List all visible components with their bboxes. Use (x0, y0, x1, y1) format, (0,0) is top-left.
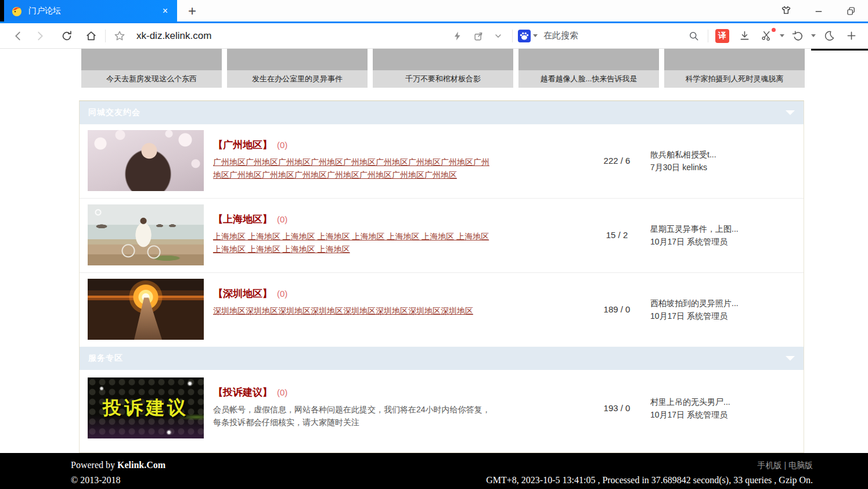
lastpost-author-link[interactable]: 系统管理员 (687, 237, 727, 246)
night-mode-button[interactable] (820, 27, 838, 45)
forum-thumbnail[interactable]: 投诉建议 (88, 377, 204, 438)
mobile-version-link[interactable]: 手机版 (758, 461, 782, 470)
download-icon (739, 30, 751, 42)
toolbar-expand-button[interactable] (489, 27, 507, 45)
translate-button[interactable]: 译 (714, 27, 731, 45)
carousel-image-placeholder (81, 49, 222, 70)
screenshot-caret-icon[interactable] (780, 34, 784, 37)
lastpost-date: 10月17日 (650, 410, 685, 419)
forum-row-guangzhou: 【广州地区】 (0) 广州地区广州地区广州地区广州地区广州地区广州地区广州地区广… (80, 124, 804, 198)
section-header-dating: 同城交友约会 (80, 101, 804, 124)
lastpost-author-link[interactable]: 系统管理员 (687, 410, 727, 419)
collapse-arrow-icon[interactable] (786, 110, 795, 115)
carousel-caption[interactable]: 千万不要和棺材板合影 (373, 70, 513, 88)
screenshot-root: { "browser": { "tab_title": "门户论坛", "clo… (0, 0, 868, 489)
new-tab-button[interactable]: + (177, 0, 207, 21)
forum-title-link[interactable]: 【上海地区】 (213, 213, 272, 226)
lastpost-author-link[interactable]: kelinks (682, 163, 707, 172)
version-switcher: 手机版 | 电脑版 (758, 458, 813, 473)
carousel-caption[interactable]: 今天去新房发现这么个东西 (81, 70, 222, 88)
search-engine-selector[interactable] (518, 30, 538, 42)
carousel-item[interactable]: 科学家拍摄到人死时灵魂脱离 (664, 49, 805, 88)
forum-title-link[interactable]: 【深圳地区】 (213, 287, 272, 300)
baidu-paw-icon (518, 30, 531, 42)
back-button[interactable] (9, 27, 27, 45)
lastpost-author-link[interactable]: 系统管理员 (687, 311, 727, 321)
downloads-button[interactable] (736, 27, 753, 45)
browser-tab-portal-forum[interactable]: 门户论坛 × (4, 0, 177, 21)
share-icon (473, 30, 484, 42)
forum-description: 会员帐号，虚假信息，网站各种问题在此提交，我们将在24小时内给你答复，每条投诉都… (213, 403, 496, 429)
boost-button[interactable] (449, 27, 466, 45)
lightning-icon (452, 30, 463, 42)
reload-button[interactable] (58, 27, 75, 45)
tab-bar-accent-line (0, 21, 868, 23)
forum-thumbnail[interactable] (88, 130, 204, 191)
search-icon (688, 30, 700, 42)
lastpost-date: 7月30日 (650, 163, 680, 172)
toolbar-search-box[interactable]: 在此搜索 (518, 27, 703, 45)
theme-skin-button[interactable] (779, 3, 794, 19)
carousel-item[interactable]: 发生在办公室里的灵异事件 (227, 49, 368, 88)
forum-description-link[interactable]: 上海地区 上海地区 上海地区 上海地区 上海地区 上海地区 上海地区 上海地区 … (213, 230, 496, 256)
forum-description-link[interactable]: 深圳地区深圳地区深圳地区深圳地区深圳地区深圳地区深圳地区深圳地区 (213, 304, 473, 317)
carousel-item[interactable]: 今天去新房发现这么个东西 (81, 49, 222, 88)
minimize-icon (813, 6, 824, 16)
tab-title: 门户论坛 (28, 6, 160, 16)
tab-close-icon[interactable]: × (160, 6, 170, 16)
window-controls (779, 0, 868, 21)
home-icon (85, 30, 98, 42)
restore-icon (846, 6, 856, 16)
desktop-version-link[interactable]: 电脑版 (788, 461, 813, 470)
forum-title-link[interactable]: 【广州地区】 (213, 138, 272, 152)
share-button[interactable] (470, 27, 487, 45)
bookmark-button[interactable] (111, 27, 128, 45)
lastpost-date: 10月17日 (650, 311, 685, 321)
forum-description-link[interactable]: 广州地区广州地区广州地区广州地区广州地区广州地区广州地区广州地区广州地区广州地区… (213, 156, 496, 181)
browser-tab-bar: 门户论坛 × + (0, 0, 868, 23)
forward-button[interactable] (31, 27, 49, 45)
carousel-item[interactable]: 越看越像人脸...快来告诉我是 (518, 49, 659, 88)
forward-icon (34, 30, 46, 42)
hot-threads-carousel: 今天去新房发现这么个东西 发生在办公室里的灵异事件 千万不要和棺材板合影 越看越… (81, 49, 804, 88)
collapse-arrow-icon[interactable] (786, 356, 795, 361)
brand-link[interactable]: Kelink.Com (117, 460, 165, 470)
add-extension-button[interactable] (842, 27, 860, 45)
lastpost-title-link[interactable]: 西柏坡拍到的灵异照片... (650, 297, 795, 310)
forum-row-shenzhen: 【深圳地区】 (0) 深圳地区深圳地区深圳地区深圳地区深圳地区深圳地区深圳地区深… (80, 272, 804, 347)
search-input[interactable]: 在此搜索 (543, 30, 685, 41)
forum-today-count: (0) (277, 140, 287, 150)
carousel-caption[interactable]: 发生在办公室里的灵异事件 (227, 70, 368, 88)
carousel-image-placeholder (227, 49, 368, 70)
forum-title-link[interactable]: 【投诉建议】 (213, 386, 272, 399)
screenshot-button[interactable] (758, 27, 775, 45)
home-button[interactable] (82, 27, 100, 45)
shirt-icon (780, 5, 792, 17)
carousel-image-placeholder (518, 49, 659, 70)
carousel-caption[interactable]: 科学家拍摄到人死时灵魂脱离 (664, 70, 805, 88)
copyright-text: © 2013-2018 (71, 473, 120, 488)
scissors-icon (761, 30, 773, 42)
forum-row-complaints: 投诉建议 【投诉建议】 (0) 会员帐号，虚假信息，网站各种问题在此提交，我们将… (80, 370, 804, 452)
section-title: 服务专区 (88, 353, 123, 364)
history-undo-button[interactable] (789, 27, 806, 45)
search-submit-button[interactable] (685, 27, 703, 45)
thumbnail-text: 投诉建议 (103, 395, 189, 421)
carousel-item[interactable]: 千万不要和棺材板合影 (373, 49, 513, 88)
toolbar-extensions: 译 (714, 27, 868, 45)
forum-today-count: (0) (277, 214, 287, 224)
carousel-caption[interactable]: 越看越像人脸...快来告诉我是 (518, 70, 659, 88)
lastpost-title-link[interactable]: 散兵舶私相授受t... (650, 148, 795, 161)
toolbar-divider (708, 30, 708, 42)
address-bar-url[interactable]: xk-diz.kelink.com (136, 30, 211, 42)
lastpost-title-link[interactable]: 星期五灵异事件，上图... (650, 222, 795, 235)
toolbar-divider (105, 30, 106, 42)
forum-stats: 15 / 2 (584, 230, 650, 240)
lastpost-title-link[interactable]: 村里上吊的无头男尸... (650, 395, 795, 408)
history-caret-icon[interactable] (811, 34, 816, 37)
forum-thumbnail[interactable] (88, 204, 204, 265)
forum-thumbnail[interactable] (88, 279, 204, 340)
forum-stats: 189 / 0 (584, 304, 650, 314)
restore-button[interactable] (844, 3, 859, 19)
minimize-button[interactable] (811, 3, 826, 19)
